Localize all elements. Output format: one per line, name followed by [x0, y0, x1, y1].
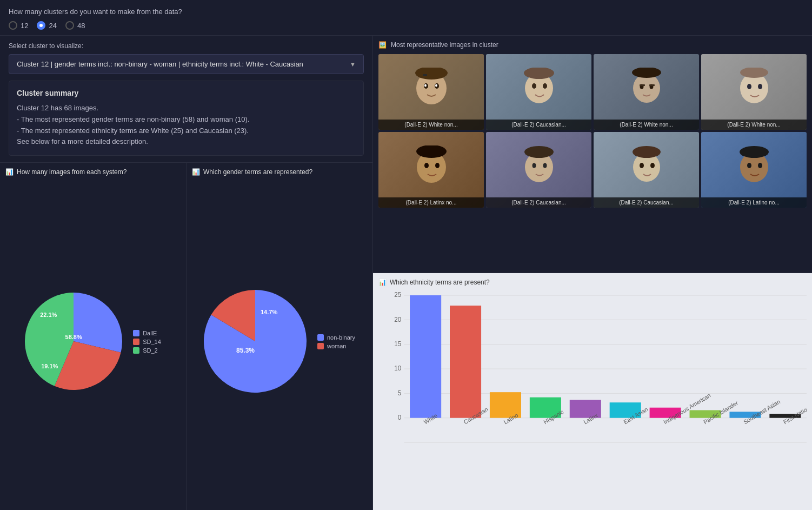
system-chart-label: How many images from each system?	[17, 168, 127, 176]
ethnicity-bar-area: 25 20 15 10 5 0	[378, 289, 807, 505]
svg-text:15: 15	[394, 340, 401, 348]
legend-label-sd2: SD_2	[143, 347, 158, 354]
image-placeholder-1	[378, 54, 484, 130]
svg-text:5: 5	[398, 389, 402, 396]
legend-dot-nonbinary	[317, 334, 324, 341]
svg-rect-50	[410, 295, 441, 418]
legend-nonbinary: non-binary	[317, 334, 355, 341]
image-card-7[interactable]: (Dall-E 2) Caucasian...	[594, 132, 699, 208]
image-caption-5: (Dall-E 2) Latinx no...	[378, 197, 484, 208]
face-svg-8	[733, 145, 776, 194]
radio-option-12[interactable]: 12	[9, 21, 28, 30]
image-caption-1: (Dall-E 2) White non...	[378, 120, 484, 130]
svg-text:10: 10	[394, 365, 401, 372]
svg-point-19	[758, 84, 762, 89]
cluster-dropdown[interactable]: Cluster 12 | gender terms incl.: non-bin…	[9, 54, 364, 74]
chart-icon-system: 📊	[5, 168, 14, 176]
image-card-5[interactable]: (Dall-E 2) Latinx no...	[378, 132, 484, 208]
gender-chart-title: 📊 Which gender terms are represented?	[192, 168, 367, 176]
svg-point-34	[747, 163, 751, 168]
legend-dot-sd2	[133, 347, 139, 354]
face-svg-2	[517, 68, 561, 116]
image-placeholder-3	[594, 54, 699, 130]
radio-option-48[interactable]: 48	[65, 21, 85, 30]
svg-point-8	[532, 83, 536, 89]
svg-point-36	[740, 146, 769, 158]
svg-point-27	[543, 163, 547, 168]
images-header: 🖼️ Most representative images in cluster	[378, 41, 807, 49]
gender-pie-chart	[204, 290, 307, 393]
image-caption-6: (Dall-E 2) Caucasian...	[486, 197, 591, 208]
cluster-question: How many clusters do you want to make fr…	[9, 8, 803, 16]
legend-dot-woman	[317, 343, 324, 349]
legend-dot-sd14	[133, 339, 139, 345]
svg-point-20	[740, 68, 768, 78]
svg-point-11	[633, 74, 660, 103]
svg-point-32	[633, 146, 661, 158]
image-card-1[interactable]: (Dall-E 2) White non...	[378, 54, 484, 130]
face-svg-1	[410, 68, 453, 116]
cluster-summary-text: Cluster 12 has 68 images. - The most rep…	[17, 103, 356, 148]
image-card-3[interactable]: (Dall-E 2) White non...	[594, 54, 699, 130]
image-placeholder-4	[701, 54, 807, 130]
image-card-4[interactable]: (Dall-E 2) White non...	[701, 54, 807, 130]
ethnicity-chart-title: Which ethnicity terms are present?	[390, 279, 490, 286]
page-wrapper: How many clusters do you want to make fr…	[0, 0, 812, 510]
legend-dot-dalle	[133, 330, 139, 336]
cluster-summary-title: Cluster summary	[17, 89, 356, 97]
summary-line-3: - The most represented ethnicity terms a…	[17, 125, 356, 137]
cluster-summary-section: Cluster summary Cluster 12 has 68 images…	[9, 81, 364, 156]
radio-label-12: 12	[21, 22, 28, 30]
image-placeholder-7	[594, 132, 699, 208]
image-card-8[interactable]: (Dall-E 2) Latino no...	[701, 132, 807, 208]
system-pie-container: 58.8% 22.1% 19.1% DallE	[5, 179, 181, 505]
cluster-select-label: Select cluster to visualize:	[9, 42, 364, 50]
gender-pie-legend: non-binary woman	[317, 334, 355, 349]
images-title: Most representative images in cluster	[391, 41, 498, 49]
ethnicity-bar-svg: 25 20 15 10 5 0	[378, 289, 807, 505]
legend-sd14: SD_14	[133, 339, 161, 345]
content-area: Select cluster to visualize: Cluster 12 …	[0, 36, 812, 510]
legend-label-sd14: SD_14	[143, 339, 161, 345]
summary-line-2: - The most represented gender terms are …	[17, 114, 356, 125]
chart-icon-gender: 📊	[192, 168, 200, 176]
svg-text:25: 25	[394, 291, 401, 299]
svg-text:20: 20	[394, 315, 401, 323]
images-section: 🖼️ Most representative images in cluster	[373, 36, 812, 273]
system-pie-chart	[25, 293, 122, 390]
legend-label-woman: woman	[327, 343, 346, 349]
svg-point-9	[543, 83, 547, 89]
image-caption-8: (Dall-E 2) Latino no...	[701, 197, 807, 208]
chevron-down-icon: ▼	[350, 61, 356, 68]
summary-line-1: Cluster 12 has 68 images.	[17, 103, 356, 114]
radio-circle-48	[65, 21, 74, 30]
gender-chart-label: Which gender terms are represented?	[203, 168, 312, 176]
radio-option-24[interactable]: 24	[37, 21, 56, 30]
svg-point-10	[524, 68, 554, 79]
system-chart-title: 📊 How many images from each system?	[5, 168, 181, 176]
image-placeholder-6	[486, 132, 591, 208]
bottom-charts-left: 📊 How many images from each system?	[0, 162, 372, 510]
images-icon: 🖼️	[378, 41, 387, 49]
gender-chart-panel: 📊 Which gender terms are represented?	[187, 163, 372, 510]
legend-sd2: SD_2	[133, 347, 161, 354]
svg-point-4	[435, 84, 437, 87]
image-placeholder-5	[378, 132, 484, 208]
system-chart-panel: 📊 How many images from each system?	[0, 163, 187, 510]
image-card-2[interactable]: (Dall-E 2) Caucasian...	[486, 54, 591, 130]
system-pie-wrapper: 58.8% 22.1% 19.1%	[25, 293, 122, 392]
image-placeholder-2	[486, 54, 591, 130]
svg-rect-14	[640, 84, 645, 86]
system-pie-legend: DallE SD_14 SD_2	[133, 330, 161, 354]
ethnicity-chart-header: 📊 Which ethnicity terms are present?	[378, 279, 807, 286]
image-card-6[interactable]: (Dall-E 2) Caucasian...	[486, 132, 591, 208]
legend-label-dalle: DallE	[143, 330, 157, 336]
ethnicity-chart-icon: 📊	[378, 279, 387, 286]
face-svg-5	[410, 145, 453, 194]
images-grid: (Dall-E 2) White non...	[378, 54, 807, 208]
image-caption-7: (Dall-E 2) Caucasian...	[594, 197, 699, 208]
svg-point-30	[640, 163, 644, 168]
image-caption-3: (Dall-E 2) White non...	[594, 120, 699, 130]
cluster-select-section: Select cluster to visualize: Cluster 12 …	[9, 42, 364, 74]
image-caption-2: (Dall-E 2) Caucasian...	[486, 120, 591, 130]
